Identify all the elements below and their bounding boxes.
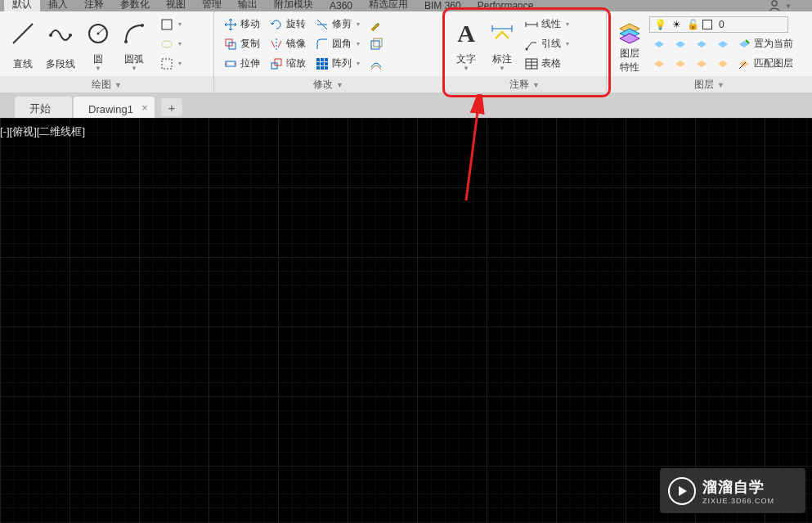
svg-rect-27 [374,38,382,47]
polyline-button[interactable]: 多段线 [41,14,80,74]
paintbrush-icon [370,18,383,31]
user-dropdown[interactable]: ▼ [769,0,792,11]
tab-start[interactable]: 开始 [15,97,72,118]
menu-view[interactable]: 视图 [158,0,194,11]
menu-insert[interactable]: 插入 [40,0,76,11]
svg-rect-9 [162,20,172,29]
copy-button[interactable]: 复制 [221,36,263,52]
svg-point-10 [162,41,172,47]
copy-icon [224,38,237,51]
menu-default[interactable]: 默认 [4,0,40,11]
text-icon: A [453,20,479,47]
dimension-icon [489,20,515,47]
svg-point-7 [124,40,128,43]
polygon-icon [160,18,173,31]
svg-line-1 [13,24,33,43]
array-button[interactable]: 阵列▾ [312,56,363,72]
modify-ext2[interactable] [366,36,386,52]
close-icon[interactable]: × [141,101,148,114]
dimension-button[interactable]: 标注▼ [484,14,520,74]
menu-featured[interactable]: 精选应用 [361,0,416,11]
sun-icon: ☀ [670,18,683,31]
rotate-icon [270,18,283,31]
svg-rect-24 [321,66,324,70]
trim-button[interactable]: 修剪▾ [312,16,363,33]
move-icon [224,18,237,31]
menu-addins[interactable]: 附加模块 [266,0,321,11]
layer-toggle-6[interactable] [671,56,690,72]
menu-annotate[interactable]: 注释 [76,0,112,11]
scale-button[interactable]: 缩放 [267,56,309,72]
drawing-canvas[interactable]: [-][俯视][二维线框] 溜溜自学 ZIXUE.3D66.COM [0,118,812,523]
layer-toggle-4[interactable] [713,36,733,52]
layer-toggle-1[interactable] [649,36,669,52]
menu-a360[interactable]: A360 [321,0,361,11]
offset-icon [370,57,383,70]
fillet-button[interactable]: 圆角▾ [312,36,363,52]
text-button[interactable]: A 文字▼ [448,14,484,74]
table-icon [525,57,538,70]
leader-button[interactable]: 引线▾ [522,36,572,52]
hatch-icon [160,38,173,51]
panel-title-modify[interactable]: 修改▼ [214,76,442,92]
layer-toggle-7[interactable] [692,56,711,72]
grid [0,118,812,523]
menu-output[interactable]: 输出 [230,0,266,11]
line-button[interactable]: 直线 [5,14,41,74]
layer-toggle-2[interactable] [671,36,690,52]
play-icon [668,477,696,505]
svg-point-3 [69,34,72,37]
add-tab-button[interactable]: + [161,98,182,116]
modify-ext3[interactable] [366,56,386,72]
svg-rect-20 [316,62,320,65]
boundary-dropdown[interactable]: ▾ [157,56,185,72]
layer-properties-button[interactable]: 图层 特性 [612,14,648,74]
arc-button[interactable]: 圆弧▼ [116,14,152,74]
svg-rect-23 [316,66,320,70]
viewport-label[interactable]: [-][俯视][二维线框] [0,124,85,139]
circle-icon [85,20,111,47]
linear-button[interactable]: 线性▾ [522,16,572,33]
boundary-icon [160,57,173,70]
menu-parametric[interactable]: 参数化 [112,0,158,11]
stretch-button[interactable]: 拉伸 [221,56,263,72]
line-icon [10,20,36,47]
document-tabs: 开始 Drawing1× + [0,93,812,118]
modify-ext1[interactable] [366,16,386,33]
panel-title-layer[interactable]: 图层▼ [607,76,812,92]
lock-icon: 🔓 [686,18,699,31]
fillet-icon [316,38,329,51]
layer-toggle-3[interactable] [692,36,711,52]
panel-title-draw[interactable]: 绘图▼ [0,76,213,92]
svg-rect-22 [325,62,328,65]
array-icon [316,57,329,70]
layer-toggle-5[interactable] [649,56,669,72]
menu-performance[interactable]: Performance [469,0,542,11]
trim-icon [316,18,329,31]
menu-bim360[interactable]: BIM 360 [416,0,469,11]
tab-drawing1[interactable]: Drawing1× [74,97,155,118]
watermark-sub: ZIXUE.3D66.COM [702,497,774,505]
stretch-icon [224,57,237,70]
menu-manage[interactable]: 管理 [194,0,230,11]
match-layer-button[interactable]: 匹配图层 [734,56,796,72]
move-button[interactable]: 移动 [221,16,263,33]
rotate-button[interactable]: 旋转 [267,16,309,33]
panel-title-annotation[interactable]: 注释▼ [443,76,606,92]
scale-icon [270,57,283,70]
color-swatch [702,20,712,29]
svg-rect-19 [325,58,328,61]
hatch-dropdown[interactable]: ▾ [157,36,185,52]
arc-icon [121,20,147,47]
make-current-button[interactable]: 置为当前 [734,36,796,52]
table-button[interactable]: 表格 [522,56,572,72]
leader-icon [525,38,538,51]
circle-button[interactable]: 圆▼ [80,14,116,74]
polyline-icon [47,20,74,47]
layer-dropdown[interactable]: 💡☀🔓0 [649,16,788,33]
layer-toggle-8[interactable] [713,56,733,72]
svg-rect-11 [162,59,172,69]
mirror-button[interactable]: 镜像 [267,36,309,52]
ribbon: 直线 多段线 圆▼ 圆弧▼ ▾ ▾ ▾ 绘图▼ [0,11,812,93]
polygon-dropdown[interactable]: ▾ [157,16,185,33]
